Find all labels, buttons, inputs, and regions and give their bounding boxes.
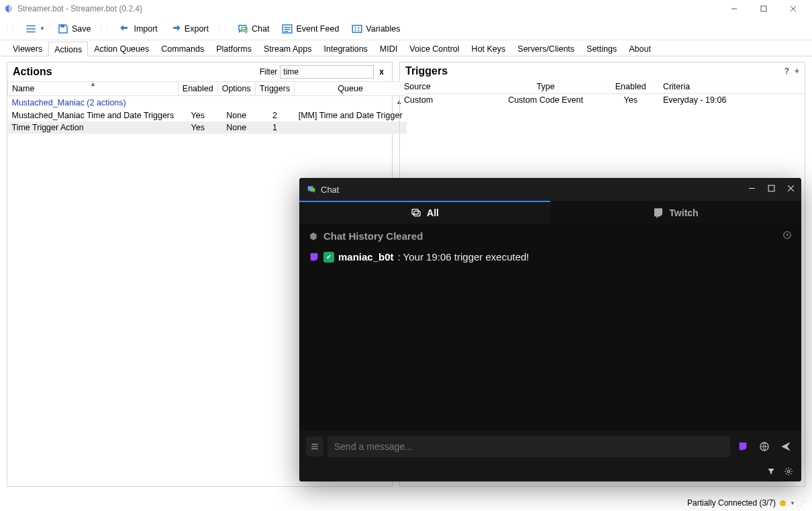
main-tab-settings[interactable]: Settings [580,41,623,56]
svg-point-16 [787,470,790,473]
window-close-button[interactable] [778,0,808,17]
filter-clear-button[interactable]: x [376,67,387,77]
status-dropdown-icon[interactable]: ▼ [790,500,795,506]
twitch-icon [653,207,664,218]
sort-asc-icon: ▲ [90,81,96,87]
col-enabled[interactable]: Enabled [602,80,658,94]
main-tab-integrations[interactable]: Integrations [318,41,374,56]
main-tab-actions[interactable]: Actions [48,42,88,56]
export-button[interactable]: Export [165,20,213,38]
save-label: Save [72,24,91,34]
svg-rect-4 [60,25,64,28]
col-options[interactable]: Options [217,82,255,96]
chat-platform-twitch-button[interactable] [734,438,752,455]
history-icon[interactable] [782,230,792,242]
chat-filter-button[interactable] [766,467,776,478]
titlebar: Streamer.bot - Streamer.bot (0.2.4) [0,0,812,17]
toolbar-grip-icon: ⋮⋮ [4,25,16,32]
app-logo-icon [4,4,13,13]
svg-point-9 [355,30,356,31]
mod-badge-icon: ✔ [323,252,334,263]
chat-system-message: Chat History Cleared [309,230,792,242]
all-chat-icon [411,207,421,218]
event-feed-button[interactable]: Event Feed [276,20,344,38]
main-tabs: ViewersActionsAction QueuesCommandsPlatf… [0,40,812,56]
chat-globe-button[interactable] [756,438,773,455]
svg-rect-1 [26,25,36,26]
main-toolbar: ⋮⋮ ▼ Save ⋮⋮ Import Export ⋮⋮ Chat Event… [0,17,812,40]
main-tab-hot-keys[interactable]: Hot Keys [466,41,512,56]
svg-rect-12 [412,210,418,214]
svg-rect-6 [353,25,362,32]
main-tab-midi[interactable]: MIDI [374,41,403,56]
chat-send-button[interactable] [777,438,795,455]
connection-status-dot-icon [780,500,786,506]
svg-rect-3 [26,31,36,32]
chat-button[interactable]: Chat [232,20,274,38]
actions-group-row[interactable]: Mustached_Maniac (2 actions)▲ [8,96,407,110]
chat-window-title: Chat [321,185,339,195]
col-enabled[interactable]: Enabled [178,82,217,96]
action-row[interactable]: Mustached_Maniac Time and Date Triggers … [8,109,407,122]
chat-message: ✔ maniac_b0t: Your 19:06 trigger execute… [309,251,792,263]
chat-window: Chat All Twitch Chat History Cleared ✔ m… [299,178,801,481]
variables-label: Variables [366,24,400,34]
main-tab-action-queues[interactable]: Action Queues [88,41,155,56]
toolbar-grip-icon: ⋮⋮ [98,25,110,32]
col-source[interactable]: Source [400,80,489,94]
chat-footer [299,463,801,481]
svg-rect-13 [414,211,420,216]
main-tab-voice-control[interactable]: Voice Control [403,41,465,56]
main-tab-servers-clients[interactable]: Servers/Clients [511,41,580,56]
chat-label: Chat [252,24,269,34]
chat-message-input[interactable] [327,436,730,457]
chat-tab-all[interactable]: All [299,201,550,224]
trigger-row[interactable]: Custom Custom Code Event Yes Everyday - … [400,94,805,107]
chat-tab-twitch[interactable]: Twitch [550,201,801,224]
streamerbot-icon [309,232,318,241]
col-queue[interactable]: Queue [295,82,407,96]
action-row[interactable]: Time Trigger Action Yes None 1 [8,122,407,134]
triggers-add-button[interactable]: + [795,66,799,76]
main-tab-commands[interactable]: Commands [155,41,210,56]
col-name[interactable]: Name▲ [8,82,179,96]
actions-filter-input[interactable] [280,65,374,79]
variables-button[interactable]: Variables [346,20,405,38]
col-criteria[interactable]: Criteria [659,80,748,94]
window-minimize-button[interactable] [719,0,749,17]
import-button[interactable]: Import [114,20,162,38]
save-button[interactable]: Save [52,20,96,38]
window-maximize-button[interactable] [749,0,778,17]
svg-rect-0 [761,6,766,11]
col-type[interactable]: Type [489,80,603,94]
export-label: Export [185,24,209,34]
main-tab-viewers[interactable]: Viewers [7,41,48,56]
chat-menu-button[interactable] [306,436,323,457]
chat-close-button[interactable] [787,185,795,194]
svg-rect-11 [768,185,774,191]
chat-minimize-button[interactable] [748,185,756,194]
svg-point-10 [358,30,359,31]
main-tab-stream-apps[interactable]: Stream Apps [258,41,318,56]
triggers-table: Source Type Enabled Criteria Custom Cust… [400,80,805,106]
event-feed-label: Event Feed [296,24,339,34]
filter-label: Filter [260,67,278,77]
main-tab-platforms[interactable]: Platforms [210,41,258,56]
main-tab-about[interactable]: About [623,41,657,56]
chat-message-list[interactable]: Chat History Cleared ✔ maniac_b0t: Your … [299,224,801,430]
svg-point-7 [355,27,356,28]
chat-titlebar[interactable]: Chat [299,178,801,201]
chat-text: : Your 19:06 trigger executed! [398,251,529,263]
connection-status-text: Partially Connected (3/7) [687,498,776,508]
twitch-badge-icon [309,252,319,263]
resize-grip-icon[interactable]: ⋰ [799,499,805,508]
svg-rect-2 [26,28,36,30]
import-label: Import [134,24,157,34]
col-triggers[interactable]: Triggers [255,82,294,96]
actions-title: Actions [13,66,52,78]
toolbar-menu-dropdown[interactable]: ▼ [20,20,50,38]
chat-input-row [299,430,801,463]
triggers-help-button[interactable]: ? [784,66,789,76]
chat-settings-button[interactable] [784,467,793,478]
chat-maximize-button[interactable] [768,185,775,194]
